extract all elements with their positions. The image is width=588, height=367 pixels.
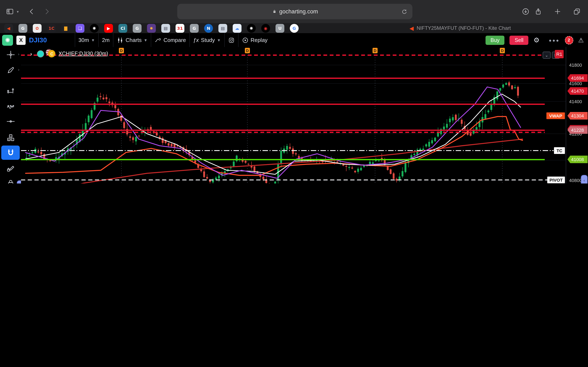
compare-icon	[155, 37, 161, 43]
timeframe-dropdown[interactable]: 30m▼	[78, 37, 95, 43]
svg-text:C: C	[12, 138, 13, 141]
price-badge-41008: 41008	[567, 156, 588, 163]
magnet-tool[interactable]	[1, 146, 20, 160]
sell-button[interactable]: Sell	[510, 35, 528, 45]
text-abc-tool[interactable]: ABC	[1, 130, 20, 145]
legend-symbol-label[interactable]: XCHIEF:DJI30 (30m)	[59, 51, 108, 57]
svg-text:A: A	[10, 135, 11, 137]
gocharting-logo[interactable]: ✺	[2, 35, 13, 45]
lock-drawing-tool[interactable]	[1, 161, 20, 175]
share-icon[interactable]	[533, 6, 544, 17]
legend-expand-icon[interactable]: ›	[30, 50, 32, 57]
bookmark-g-app[interactable]: G	[18, 24, 27, 33]
bookmark-swirl[interactable]: ✿	[33, 24, 42, 33]
bookmark-analytics[interactable]: ▇	[61, 24, 70, 33]
level-line-unlabeled	[21, 104, 545, 105]
bookmark-youtube[interactable]: ▶	[104, 24, 113, 33]
symbol-name[interactable]: DJI30	[29, 36, 47, 44]
pattern-xabcd-icon	[6, 102, 15, 110]
bookmark-one-c[interactable]: 1C	[47, 24, 56, 33]
secondary-timeframe[interactable]: 2m	[102, 37, 110, 43]
tab-overview-icon[interactable]	[571, 6, 582, 17]
lock-drawing-icon	[6, 164, 15, 173]
compare-button[interactable]: Compare	[155, 37, 186, 43]
bookmark-cam-app[interactable]: ◉	[261, 24, 270, 33]
price-tick: 40800	[569, 178, 582, 183]
chart-canvas[interactable]: DDDDVWAPTCPIVOTBCS1PIVOT	[21, 47, 566, 184]
indicator-dot-icon[interactable]	[37, 50, 44, 57]
r1-level-badge: R1	[555, 50, 564, 58]
kite-logo-icon: ◀	[409, 25, 414, 31]
pattern-xabcd-tool[interactable]	[1, 99, 20, 113]
horizontal-line-tool[interactable]	[1, 114, 20, 128]
bookmark-ci[interactable]: Ci	[118, 24, 127, 33]
right-panel-handle[interactable]: ‹	[581, 175, 588, 184]
more-options-icon[interactable]: ●●●	[549, 38, 560, 42]
ma-white	[25, 94, 521, 174]
chevron-down-icon[interactable]: ▾	[17, 9, 19, 14]
trendline-tool[interactable]: ›	[1, 63, 20, 77]
price-badge-41470: 41470	[567, 87, 588, 95]
settings-gear-icon[interactable]: ⚙	[534, 36, 540, 44]
drawing-toolbar: ››ABC››	[0, 47, 21, 184]
bookmark-kite[interactable]: ◀	[4, 24, 13, 33]
notification-badge[interactable]: 2	[565, 36, 573, 44]
sidebar-icon[interactable]	[4, 6, 15, 17]
crosshair-tool[interactable]: ›	[1, 47, 20, 62]
level-line-TC	[21, 150, 553, 151]
bookmark-google[interactable]: G	[290, 24, 299, 33]
bookmark-openai[interactable]: ✺	[90, 24, 99, 33]
buy-button[interactable]: Buy	[485, 35, 505, 45]
bookmark-printer[interactable]: ▤	[161, 24, 170, 33]
bookmark-printer2[interactable]: ▤	[218, 24, 227, 33]
address-bar[interactable]: gocharting.com	[177, 4, 412, 19]
bookmark-openai2[interactable]: ✺	[247, 24, 256, 33]
downloads-icon[interactable]	[520, 6, 531, 17]
lock-all-icon	[6, 178, 15, 184]
bookmark-n-circle[interactable]: N	[204, 24, 213, 33]
bookmark-purple-app[interactable]: ❑	[76, 24, 84, 33]
level-badge-tc: TC	[554, 147, 565, 154]
price-tick: 41400	[569, 99, 582, 104]
symbol-logo: X	[16, 35, 26, 45]
ma-dark-red	[25, 139, 523, 184]
trendline-icon	[6, 66, 15, 75]
new-tab-icon[interactable]	[552, 6, 563, 17]
level-line-41694	[21, 78, 545, 79]
screen: ▾ gocharting.com ◀G✿1C▇❑✺▶CiG✸▤31GN▤☁✺◉U…	[0, 0, 588, 184]
session-marker-d: D	[245, 48, 250, 53]
crosshair-icon	[6, 50, 15, 59]
bookmark-cloud[interactable]: ☁	[233, 24, 242, 33]
candlestick-icon	[117, 37, 123, 43]
bookmark-g-app2[interactable]: G	[133, 24, 142, 33]
fx-icon: ƒx	[193, 37, 199, 43]
chart-type-dropdown[interactable]: Charts▼	[117, 37, 147, 43]
collapse-row-button[interactable]: ⌄	[543, 52, 551, 59]
instagram-button[interactable]	[228, 37, 234, 43]
price-tick: 41800	[569, 62, 582, 67]
magnet-icon	[6, 148, 15, 157]
pitchfork-icon	[6, 87, 15, 95]
url-text: gocharting.com	[279, 8, 318, 15]
currency-coin-icon: C	[48, 50, 56, 58]
warning-icon[interactable]: ⚠	[578, 36, 584, 44]
study-dropdown[interactable]: ƒx Study▼	[193, 37, 221, 43]
level-line-41008	[21, 159, 545, 160]
svg-text:B: B	[8, 138, 9, 141]
bookmark-u-app[interactable]: U	[276, 24, 284, 33]
back-icon[interactable]	[26, 6, 37, 17]
forward-icon[interactable]	[41, 6, 52, 17]
reload-icon[interactable]	[401, 8, 407, 15]
bookmark-calendar[interactable]: 31	[176, 24, 184, 33]
window-title: ◀ NIFTY25MAYFUT (NFO-FUT) - Kite Chart	[409, 23, 511, 33]
chart-header: ✺ X DJI30 30m▼ 2m Charts▼ Compare ƒx Stu…	[0, 33, 588, 47]
text-abc-icon: ABC	[6, 133, 15, 142]
price-axis[interactable]: 4180041600414004120041000408004060040400…	[566, 47, 588, 184]
pitchfork-tool[interactable]	[1, 84, 20, 98]
bookmark-g-app3[interactable]: G	[190, 24, 199, 33]
replay-button[interactable]: Replay	[242, 37, 268, 43]
bookmark-game[interactable]: ✸	[147, 24, 156, 33]
session-marker-d: D	[500, 48, 505, 53]
level-badge-vwap: VWAP	[546, 112, 565, 119]
session-marker-d: D	[372, 48, 378, 53]
